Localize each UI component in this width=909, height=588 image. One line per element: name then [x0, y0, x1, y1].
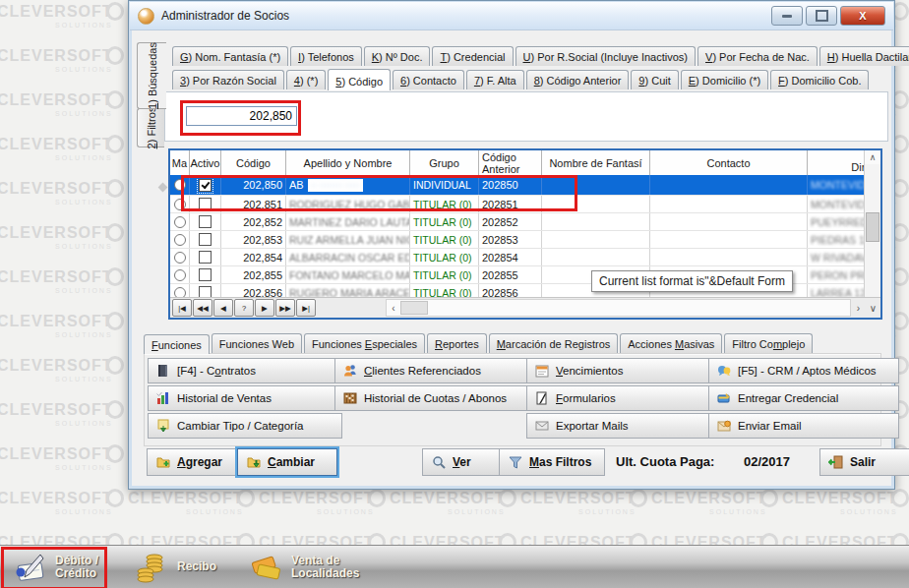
search-tab[interactable]: 9) Cuit [631, 70, 678, 89]
search-tab[interactable]: U) Por R.Social (Incluye Inactivos) [515, 46, 697, 66]
search-tab[interactable]: E) Domicilio (*) [681, 70, 768, 89]
search-tab[interactable]: 7) F. Alta [466, 70, 524, 89]
cambiar-tipo-categoria-button[interactable]: Cambiar Tipo / Categoría [148, 413, 342, 439]
search-tab[interactable]: T) Credencial [432, 46, 513, 66]
enviar-email-button[interactable]: Enviar Email [708, 413, 899, 439]
vertical-scroll-thumb[interactable] [866, 212, 879, 242]
record-nav-button[interactable]: ◀◀ [193, 299, 212, 317]
funciones-tab[interactable]: Funciones [144, 334, 210, 354]
grid-row[interactable]: 202,853RUIZ ARMELLA JUAN NICOTITULAR (0)… [170, 231, 865, 249]
search-tab[interactable]: F) Domicilio Cob. [770, 70, 869, 89]
activo-checkbox[interactable] [199, 198, 212, 210]
nombre-cell: FONTANO MARCELO MART [286, 266, 410, 283]
column-header[interactable]: Contacto [650, 150, 808, 175]
watermark-brand: CLEVERSOFTSOLUTIONS [760, 489, 898, 515]
ver-button[interactable]: Ver [422, 448, 505, 476]
crm-aptos-medicos-button[interactable]: [F5] - CRM / Aptos Médicos [708, 358, 899, 383]
scroll-left-icon[interactable]: ‹ [387, 303, 400, 314]
column-header[interactable]: Activo [190, 150, 221, 175]
column-header[interactable]: Ma [170, 150, 190, 175]
horizontal-scroll-thumb[interactable] [400, 301, 428, 315]
grid-row[interactable]: 202,851RODRIGUEZ HUGO GABRIETITULAR (0)2… [170, 196, 865, 213]
activo-checkbox[interactable] [199, 233, 212, 246]
scroll-down-icon[interactable]: ∨ [866, 300, 880, 316]
formularios-button[interactable]: Formularios [526, 385, 719, 411]
record-nav-button[interactable]: ▶| [296, 299, 316, 317]
historial-cuotas-button[interactable]: Historial de Cuotas / Abonos [334, 385, 527, 411]
scroll-right-icon[interactable]: › [851, 300, 866, 316]
debito-credito-button[interactable]: Débito / Crédito [12, 548, 98, 587]
funciones-tab[interactable]: Reportes [427, 333, 487, 353]
minimize-button[interactable] [771, 6, 803, 26]
column-header[interactable]: Código [221, 150, 286, 175]
recibo-button[interactable]: Recibo [134, 548, 216, 587]
entregar-credencial-button[interactable]: Entregar Credencial [708, 385, 899, 411]
funciones-tab[interactable]: Marcación de Registros [489, 333, 619, 353]
row-radio[interactable] [174, 252, 186, 264]
search-tab[interactable]: 5) Código [328, 69, 391, 90]
activo-checkbox[interactable] [199, 179, 212, 192]
column-header[interactable]: Apellido y Nombre [286, 150, 410, 175]
maximize-button[interactable] [806, 6, 837, 26]
row-radio[interactable] [174, 234, 186, 246]
funciones-tab[interactable]: Filtro Complejo [724, 333, 813, 353]
exportar-mails-button[interactable]: Exportar Mails [526, 413, 719, 439]
column-header[interactable]: Nombre de Fantasí [542, 150, 650, 175]
column-header[interactable]: Código Anterior [479, 150, 542, 175]
close-button[interactable]: X [840, 6, 885, 26]
row-radio[interactable] [174, 216, 186, 228]
grid-row[interactable]: 202,852MARTINEZ DARIO LAUTARTITULAR (0)2… [170, 213, 865, 231]
cambiar-button[interactable]: Cambiar [237, 448, 337, 476]
search-tab[interactable]: I) Telefonos [290, 46, 362, 66]
search-tab[interactable]: H) Huella Dactilar [819, 46, 909, 66]
funciones-tab[interactable]: Acciones Masivas [620, 333, 722, 353]
salir-button[interactable]: Salir [819, 448, 909, 476]
search-tab[interactable]: K) Nº Doc. [364, 46, 431, 66]
venta-localidades-button[interactable]: Venta de Localidades [248, 548, 359, 587]
column-header[interactable]: Grupo [410, 150, 479, 175]
agregar-button[interactable]: Agregar [147, 448, 247, 476]
search-tab[interactable]: 3) Por Razón Social [172, 70, 284, 89]
grid-row[interactable]: 202,854ALBARRACIN OSCAR EDGATITULAR (0)2… [170, 249, 865, 266]
watermark-brand: CLEVERSOFTSOLUTIONS [0, 267, 113, 294]
mas-filtros-button[interactable]: Mas Filtros [499, 448, 605, 476]
watermark-brand: CLEVERSOFTSOLUTIONS [0, 489, 113, 515]
nombre-cell: RUIZ ARMELLA JUAN NICO [286, 231, 410, 248]
grid-horizontal-scrollbar[interactable]: ‹ [386, 299, 851, 317]
row-radio[interactable] [174, 179, 186, 191]
watermark-brand: CLEVERSOFTSOLUTIONS [630, 489, 767, 515]
contratos-button[interactable]: [F4] - Contratos [148, 358, 342, 383]
vencimientos-button[interactable]: Vencimientos [526, 358, 719, 383]
historial-ventas-button[interactable]: Historial de Ventas [148, 385, 342, 411]
clientes-referenciados-button[interactable]: Clientes Referenciados [334, 358, 527, 383]
search-tab[interactable]: 6) Contacto [393, 70, 464, 89]
activo-checkbox[interactable] [199, 215, 212, 228]
activo-checkbox[interactable] [199, 251, 212, 264]
record-nav-button[interactable]: ◀ [213, 299, 233, 317]
book-icon [155, 363, 171, 379]
search-tab[interactable]: V) Por Fecha de Nac. [697, 46, 818, 66]
row-radio[interactable] [174, 199, 186, 210]
activo-checkbox[interactable] [199, 268, 212, 281]
watermark-brand: CLEVERSOFTSOLUTIONS [499, 489, 636, 515]
grid-row[interactable]: 202,850AB·· ········ ·····INDIVIDUAL2028… [170, 175, 865, 196]
scroll-up-icon[interactable]: ∧ [865, 150, 880, 164]
record-nav-button[interactable]: |◀ [172, 299, 192, 317]
record-nav-button[interactable]: ▶ [255, 299, 274, 317]
search-tab[interactable]: 4) (*) [286, 70, 326, 89]
funciones-tab[interactable]: Funciones Web [212, 333, 302, 353]
record-nav-button[interactable]: ▶▶ [275, 299, 295, 317]
calendar-icon [534, 363, 550, 379]
watermark-brand: CLEVERSOFTSOLUTIONS [0, 400, 113, 427]
grid-vertical-scrollbar[interactable]: ∧ [864, 150, 880, 298]
search-tab[interactable]: 8) Código Anterior [526, 70, 630, 89]
side-tab-filtros[interactable]: 2) Filtros [137, 108, 164, 147]
row-radio[interactable] [174, 269, 186, 281]
direccion-cell: LARREA 1245 C [808, 284, 865, 298]
side-tab-busquedas[interactable]: 1) Búsquedas [137, 42, 166, 109]
codigo-search-input[interactable] [186, 106, 297, 126]
search-tab[interactable]: G) Nom. Fantasía (*) [172, 46, 288, 66]
cleversoft-logo-icon [106, 223, 124, 242]
record-nav-button[interactable]: ? [234, 299, 254, 317]
funciones-tab[interactable]: Funciones Especiales [304, 333, 425, 353]
